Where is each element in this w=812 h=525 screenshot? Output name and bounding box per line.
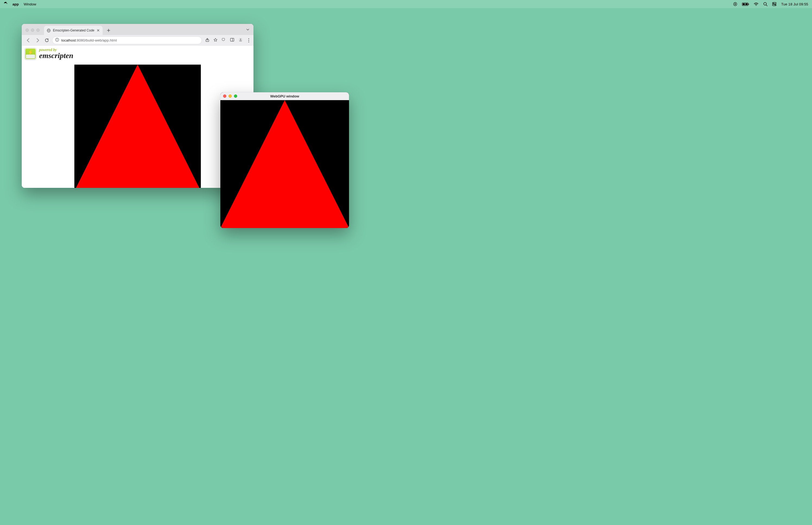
menubar-menu-window[interactable]: Window: [24, 2, 36, 6]
svg-rect-3: [749, 3, 749, 5]
screen-record-icon[interactable]: [733, 2, 737, 6]
browser-window: Emscripten-Generated Code ✕: [22, 24, 254, 188]
globe-icon: [47, 29, 51, 33]
native-window: WebGPU window: [220, 92, 349, 228]
macos-menubar: app Window Tue 18 Jul 09:55: [0, 0, 812, 8]
emscripten-text: powered by emscripten: [39, 48, 73, 59]
share-icon[interactable]: [205, 38, 210, 43]
svg-rect-7: [772, 2, 776, 4]
browser-toolbar: localhost:8080/build-web/app.html: [22, 35, 254, 45]
profile-avatar-icon[interactable]: [238, 38, 243, 43]
svg-point-15: [57, 39, 58, 39]
svg-point-21: [240, 39, 241, 40]
menubar-left: app Window: [4, 2, 36, 6]
forward-button[interactable]: [34, 36, 41, 44]
new-tab-button[interactable]: [105, 27, 112, 34]
tab-close-icon[interactable]: ✕: [97, 29, 100, 32]
browser-traffic-lights: [26, 29, 40, 32]
sidepanel-icon[interactable]: [230, 38, 234, 43]
reload-button[interactable]: [43, 36, 50, 44]
apple-logo-icon[interactable]: [4, 2, 7, 6]
browser-chrome: Emscripten-Generated Code ✕: [22, 24, 254, 46]
url-host: localhost: [61, 38, 76, 42]
address-bar[interactable]: localhost:8080/build-web/app.html: [52, 36, 202, 44]
control-center-icon[interactable]: [772, 2, 777, 6]
emscripten-header: ⚡ powered by emscripten: [22, 46, 254, 61]
traffic-light-close[interactable]: [26, 29, 29, 32]
browser-tab-title: Emscripten-Generated Code: [53, 29, 94, 32]
traffic-light-minimize[interactable]: [31, 29, 34, 32]
browser-tab[interactable]: Emscripten-Generated Code ✕: [44, 26, 103, 35]
site-info-icon[interactable]: [55, 38, 59, 43]
url-text: localhost:8080/build-web/app.html: [61, 38, 117, 42]
svg-point-10: [775, 5, 776, 5]
svg-rect-16: [57, 40, 57, 41]
spotlight-icon[interactable]: [763, 2, 767, 6]
svg-line-6: [766, 5, 767, 6]
traffic-light-zoom[interactable]: [36, 29, 40, 32]
menubar-right: Tue 18 Jul 09:55: [733, 2, 808, 6]
emscripten-brand-label: emscripten: [39, 52, 73, 59]
tab-overflow-button[interactable]: [246, 28, 250, 32]
browser-viewport: ⚡ powered by emscripten: [22, 46, 254, 188]
svg-point-1: [735, 3, 736, 5]
address-bar-actions: [205, 38, 218, 43]
back-button[interactable]: [25, 36, 32, 44]
battery-icon[interactable]: [742, 2, 749, 6]
browser-actions: [221, 37, 251, 43]
browser-menu-button[interactable]: [247, 37, 251, 43]
web-canvas[interactable]: [74, 65, 201, 188]
menubar-clock[interactable]: Tue 18 Jul 09:55: [781, 2, 808, 6]
bookmark-star-icon[interactable]: [213, 38, 218, 43]
native-canvas[interactable]: [220, 100, 349, 228]
native-titlebar[interactable]: WebGPU window: [220, 92, 349, 100]
extensions-icon[interactable]: [221, 38, 226, 43]
svg-rect-18: [230, 38, 234, 41]
browser-tab-strip: Emscripten-Generated Code ✕: [22, 24, 254, 35]
native-window-title: WebGPU window: [220, 94, 349, 98]
emscripten-logo-icon: ⚡: [25, 48, 36, 60]
url-rest: :8080/build-web/app.html: [76, 38, 117, 42]
menubar-app-name[interactable]: app: [13, 2, 19, 6]
wifi-icon[interactable]: [754, 2, 759, 6]
svg-point-8: [773, 3, 774, 3]
svg-rect-9: [772, 4, 776, 6]
